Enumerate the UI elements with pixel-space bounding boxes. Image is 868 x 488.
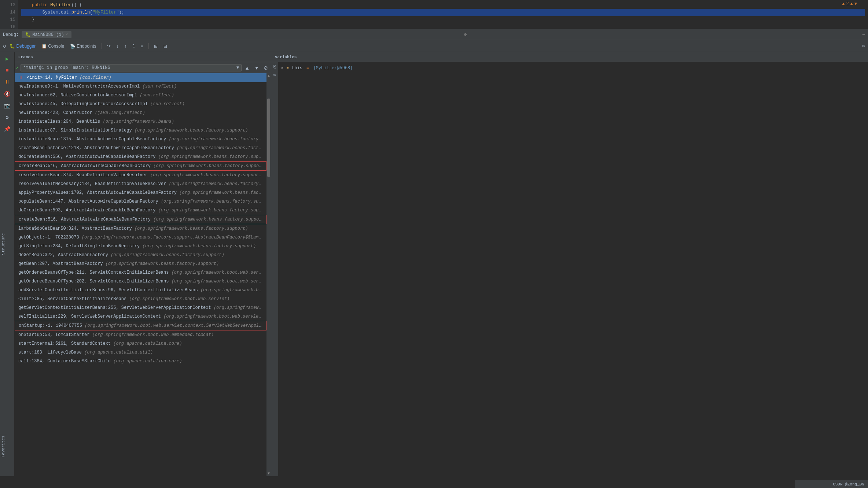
frame-item[interactable]: getServletContextInitializerBeans:255, S…: [15, 303, 266, 312]
frame-item[interactable]: newInstance0:-1, NativeConstructorAccess…: [15, 82, 266, 91]
var-type-icon: ≡: [287, 64, 289, 72]
code-line-13: public MyFilter() {: [21, 1, 865, 9]
sep-2: [148, 43, 149, 49]
frame-item[interactable]: resolveValueIfNecessary:134, BeanDefinit…: [15, 180, 266, 188]
debugger-label: Debugger: [16, 44, 36, 49]
toolbar: ↺ 🐛 Debugger 📋 Console 📡 Endpoints ↷ ↓ ↑…: [0, 40, 868, 52]
var-copy-btn[interactable]: ⎘: [272, 64, 278, 70]
expand-panel-btn[interactable]: ⊡: [863, 43, 865, 49]
stop-btn[interactable]: ■: [2, 65, 12, 75]
frame-item[interactable]: newInstance:62, NativeConstructorAccesso…: [15, 91, 266, 100]
favorites-tab[interactable]: Favorites: [0, 434, 7, 459]
frame-item[interactable]: <init>:85, ServletContextInitializerBean…: [15, 295, 266, 303]
step-over-icon: ↷: [107, 44, 111, 49]
frame-item[interactable]: doCreateBean:593, AbstractAutowireCapabl…: [15, 206, 266, 215]
frame-item-highlighted-3[interactable]: onStartup:-1, 1940407755 (org.springfram…: [15, 321, 266, 330]
frame-item[interactable]: lambda$doGetBean$0:324, AbstractBeanFact…: [15, 224, 266, 233]
var-value: {MyFilter@5968}: [313, 64, 353, 72]
debug-minimize-btn[interactable]: —: [863, 32, 865, 37]
debug-label: Debug:: [3, 32, 19, 37]
step-into-icon: ↓: [117, 44, 119, 49]
resume-btn[interactable]: ▶: [2, 53, 12, 64]
frames-label: Frames: [18, 55, 33, 59]
variable-this[interactable]: ▶ ≡ this = {MyFilter@5968}: [279, 64, 868, 73]
warning-count: 2: [846, 1, 849, 7]
frame-item[interactable]: selfInitialize:229, ServletWebServerAppl…: [15, 312, 266, 321]
step-out-btn[interactable]: ↑: [122, 43, 129, 49]
endpoints-icon: 📡: [70, 44, 76, 49]
frames-scroll-indicators: ▲ ▼: [266, 73, 271, 476]
frame-item[interactable]: getBean:207, AbstractBeanFactory (org.sp…: [15, 259, 266, 268]
structure-tab[interactable]: Structure: [0, 232, 7, 256]
frame-item[interactable]: start:183, LifecycleBase (org.apache.cat…: [15, 348, 266, 357]
frames-list: ⏸ <init>:14, MyFilter (com.filter) newIn…: [15, 73, 266, 476]
thread-selector: ✔ *main*@1 in group 'main': RUNNING ▼ ▲ …: [15, 62, 271, 73]
settings-btn-left[interactable]: ⚙: [2, 112, 12, 122]
var-expand-icon[interactable]: ▶: [282, 64, 284, 72]
thread-dropdown[interactable]: *main*@1 in group 'main': RUNNING ▼: [21, 64, 242, 71]
table-view-btn[interactable]: ⊞: [152, 43, 160, 49]
frame-item[interactable]: ⏸ <init>:14, MyFilter (com.filter): [15, 73, 266, 82]
code-content: public MyFilter() { System.out.println("…: [18, 0, 868, 29]
left-panel: ▶ ■ ⏸ 🔇 📷 ⚙ 📌 Structure Favorites: [0, 52, 15, 476]
frame-item[interactable]: getOrderedBeansOfType:211, ServletContex…: [15, 268, 266, 277]
console-icon: 📋: [41, 44, 47, 49]
code-line-15: }: [21, 16, 865, 23]
debug-tab[interactable]: 🐛 Main8080 (1) ×: [22, 31, 71, 38]
run-to-cursor-btn[interactable]: ⤵: [130, 43, 137, 49]
debug-tab-name: Main8080 (1): [32, 32, 64, 37]
frame-item[interactable]: doGetBean:322, AbstractBeanFactory (org.…: [15, 251, 266, 259]
variables-label: Variables: [275, 55, 297, 59]
restore-view-btn[interactable]: ⊟: [161, 43, 169, 49]
frame-item[interactable]: addServletContextInitializerBeans:96, Se…: [15, 286, 266, 295]
thread-down-btn[interactable]: ▼: [253, 64, 261, 71]
step-into-btn[interactable]: ↓: [114, 43, 121, 49]
scroll-up-btn[interactable]: ▲: [268, 74, 270, 78]
frame-item[interactable]: doCreateBean:556, AbstractAutowireCapabl…: [15, 152, 266, 161]
scroll-down-btn[interactable]: ▼: [268, 472, 270, 476]
console-tab-btn[interactable]: 📋 Console: [39, 43, 66, 49]
endpoints-label: Endpoints: [77, 44, 96, 49]
debug-settings-btn[interactable]: ⚙: [464, 32, 467, 37]
variables-panel: Variables ⎘ ∞ ▶ ≡ this = {MyFilter@5968}: [271, 52, 868, 476]
evaluate-icon: ≡: [141, 44, 143, 49]
frame-item[interactable]: resolveInnerBean:374, BeanDefinitionValu…: [15, 171, 266, 180]
endpoints-tab-btn[interactable]: 📡 Endpoints: [68, 43, 98, 49]
frame-item[interactable]: onStartup:53, TomcatStarter (org.springf…: [15, 330, 266, 339]
frame-item[interactable]: getOrderedBeansOfType:202, ServletContex…: [15, 277, 266, 286]
arrow-down-btn[interactable]: ▼: [854, 1, 857, 7]
debug-main: ▶ ■ ⏸ 🔇 📷 ⚙ 📌 Structure Favorites Frames…: [0, 52, 868, 476]
frame-item[interactable]: instantiateClass:204, BeanUtils (org.spr…: [15, 117, 266, 126]
frame-item[interactable]: instantiateBean:1315, AbstractAutowireCa…: [15, 135, 266, 144]
frame-item[interactable]: createBeanInstance:1218, AbstractAutowir…: [15, 144, 266, 152]
method-name: MyFilter: [50, 3, 71, 8]
evaluate-btn[interactable]: ≡: [139, 43, 146, 49]
frame-item-highlighted-2[interactable]: createBean:516, AbstractAutowireCapableB…: [15, 215, 266, 224]
variables-side-toolbar: ⎘ ∞: [271, 62, 279, 476]
frame-item[interactable]: instantiate:87, SimpleInstantiationStrat…: [15, 126, 266, 135]
frame-item[interactable]: populateBean:1447, AbstractAutowireCapab…: [15, 197, 266, 206]
debug-tab-close[interactable]: ×: [66, 33, 68, 37]
var-expand-all-btn[interactable]: ∞: [272, 72, 278, 78]
frame-item[interactable]: applyPropertyValues:1702, AbstractAutowi…: [15, 188, 266, 197]
status-bar: CSDN @Zong_09: [795, 480, 868, 488]
frame-item[interactable]: getObject:-1, 782228073 (org.springframe…: [15, 233, 266, 242]
frame-item[interactable]: getSingleton:234, DefaultSingletonBeanRe…: [15, 242, 266, 251]
thread-name: *main*@1 in group 'main': RUNNING: [23, 65, 110, 70]
frame-item[interactable]: newInstance:45, DelegatingConstructorAcc…: [15, 100, 266, 108]
pin-btn[interactable]: 📌: [2, 124, 12, 134]
mute-btn[interactable]: 🔇: [2, 89, 12, 99]
frame-item[interactable]: startInternal:5161, StandardContext (org…: [15, 339, 266, 348]
step-over-btn[interactable]: ↷: [105, 43, 113, 49]
variables-content: ⎘ ∞ ▶ ≡ this = {MyFilter@5968}: [271, 62, 868, 476]
debugger-tab-btn[interactable]: 🐛 Debugger: [7, 43, 38, 49]
frame-item[interactable]: newInstance:423, Constructor (java.lang.…: [15, 108, 266, 117]
frame-item[interactable]: call:1384, ContainerBase$StartChild (org…: [15, 357, 266, 366]
frame-item-highlighted-1[interactable]: createBean:516, AbstractAutowireCapableB…: [15, 161, 266, 171]
camera-btn[interactable]: 📷: [2, 100, 12, 111]
frame-filter-btn[interactable]: ⊘: [262, 64, 269, 71]
thread-up-btn[interactable]: ▲: [243, 64, 251, 71]
console-label: Console: [48, 44, 64, 49]
thread-status-icon: ✔: [16, 66, 18, 70]
arrow-up-btn[interactable]: ▲: [850, 1, 853, 7]
